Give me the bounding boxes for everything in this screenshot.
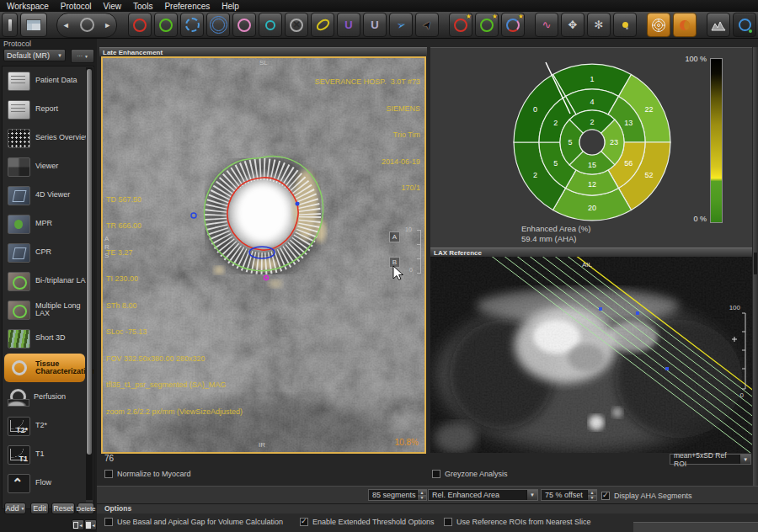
enhancement-percent-label: 10.8% (395, 438, 419, 447)
lax-ruler-bottom-label: 0 (740, 391, 745, 399)
navigation-group: ◄ ► (56, 13, 117, 38)
sidebar-item-bi-triplanar-lax[interactable]: Bi-/triplanar LAX (3, 267, 93, 295)
display-aha-checkbox[interactable] (601, 492, 610, 500)
polar-map-caption: Enhanced Area (%) 59.4 mm (AHA) (521, 224, 590, 244)
protocol-preset-dropdown[interactable]: Default (MR)▼ (3, 49, 66, 61)
sidebar-item-viewer[interactable]: Viewer (3, 152, 93, 181)
sidebar-item-perfusion[interactable]: Perfusion (3, 383, 93, 412)
point-marker-tool-button[interactable] (613, 13, 637, 37)
rotate-tool-button[interactable]: ✻ (587, 13, 611, 37)
draw-red-contour-button[interactable] (128, 13, 152, 37)
display-aha-row: Display AHA Segments (601, 492, 692, 500)
slice-range-ruler (420, 230, 421, 274)
options-header: Options (97, 504, 758, 513)
menu-preferences[interactable]: Preferences (164, 2, 210, 11)
acquire-circle-button[interactable] (80, 18, 94, 32)
cpr-icon (8, 243, 30, 263)
sidebar-scrollbar-thumb[interactable] (87, 69, 92, 455)
greyzone-analysis-row: Greyzone Analysis (432, 470, 508, 478)
menu-tools[interactable]: Tools (133, 2, 152, 11)
enhancement-overlay-button[interactable] (673, 13, 697, 37)
polar-map-panel: 1 22 52 20 2 0 4 13 56 12 5 2 2 23 15 5 (430, 47, 752, 248)
nudge-tool-button[interactable]: ➢ (389, 13, 413, 37)
copy-green-contour-button[interactable]: ★ (475, 13, 499, 37)
inferior-insertion-marker[interactable] (296, 202, 300, 206)
aha-bullseye-chart[interactable]: 1 22 52 20 2 0 4 13 56 12 5 2 2 23 15 5 (508, 58, 676, 226)
sidebar-item-report[interactable]: Report (3, 95, 93, 124)
draw-double-contour-button[interactable] (206, 13, 230, 37)
t2-star-icon: T2* (8, 417, 30, 436)
chevron-down-icon: ▼ (57, 53, 62, 58)
contour-open-purple-button[interactable]: U (337, 13, 360, 37)
layout-grid-button[interactable] (20, 13, 47, 37)
spin-down-icon[interactable]: ▼ (418, 495, 426, 500)
contour-open-gray-button[interactable]: U (363, 13, 387, 37)
delete-contour-button[interactable]: ✕ (285, 13, 308, 37)
offset-spinbox[interactable]: 75 % offset ▲▼ (541, 489, 597, 501)
sidebar-item-mpr[interactable]: MPR (3, 210, 93, 238)
sidebar-item-t2-star[interactable]: T2* T2* (3, 412, 93, 440)
draw-green-contour-button[interactable] (154, 13, 178, 37)
sidebar-item-t1[interactable]: T1 T1 (3, 440, 93, 469)
sidebar-item-multiple-long-lax[interactable]: Multiple Long LAX (3, 295, 93, 324)
4d-viewer-icon (8, 186, 30, 205)
copy-all-contours-button[interactable]: ★ (501, 13, 525, 37)
lax-orientation-label: AIL (582, 261, 593, 269)
sidebar-item-short-3d[interactable]: Short 3D (3, 324, 93, 353)
spin-down-icon[interactable]: ▼ (588, 495, 596, 500)
greyzone-analysis-checkbox[interactable] (432, 470, 440, 478)
menu-view[interactable]: View (104, 2, 122, 11)
edit-button[interactable]: Edit (30, 503, 49, 514)
copy-red-contour-button[interactable]: ★ (449, 13, 472, 37)
apical-marker-badge[interactable]: A (389, 231, 400, 242)
add-button[interactable]: Add▼ (4, 503, 26, 514)
measure-dropdown[interactable]: Rel. Enhanced Area ▼ (428, 489, 538, 501)
main-toolbar: ◄ ► ✕ U U ➢ ➤ ★ ★ ★ ∿ ✥ ✻ (0, 12, 758, 39)
reference-rois-row: Use Reference ROIs from Nearest Slice (444, 518, 591, 526)
segments-spinbox[interactable]: 85 segments ▲▼ (368, 489, 427, 501)
menu-workspace[interactable]: Workspace (7, 2, 49, 11)
histogram-icon (711, 19, 726, 31)
chevron-down-icon: ▼ (21, 506, 25, 511)
lax-reference-viewport[interactable]: 100 0 AIL (430, 257, 752, 453)
pointer-tool-button[interactable]: ➤ (415, 13, 439, 37)
ruler-bottom-label: 0 (409, 267, 413, 273)
panel-toggle-button[interactable] (2, 13, 18, 37)
reset-button[interactable]: Reset (51, 503, 75, 514)
histogram-button[interactable] (707, 13, 730, 37)
extended-threshold-checkbox[interactable] (300, 518, 308, 526)
sidebar-scrollbar[interactable]: ▼ (86, 67, 93, 508)
menu-help[interactable]: Help (222, 2, 239, 11)
sidebar-item-cpr[interactable]: CPR (3, 238, 93, 267)
move-points-tool-button[interactable]: ✥ (561, 13, 585, 37)
sidebar-item-flow[interactable]: Flow (3, 469, 93, 497)
sidebar-item-patient-data[interactable]: Patient Data (3, 66, 93, 95)
reference-roi-dropdown[interactable]: mean+5xSD Ref ROI ▼ (670, 454, 751, 465)
step-forward-button[interactable]: ► (104, 21, 111, 29)
protocol-options-button[interactable]: ⋯▼ (71, 49, 94, 63)
right-panel-scrollbar[interactable] (753, 47, 758, 493)
sidebar-item-tissue-characterization[interactable]: Tissue Characterization (4, 354, 85, 382)
step-back-button[interactable]: ◄ (62, 21, 70, 29)
dock-left-button[interactable]: ◂ (72, 519, 84, 530)
late-enhancement-viewport[interactable]: SL IR A R S SEVERANCE HOSP. 3.0T #73 SIE… (101, 56, 426, 454)
spline-tool-button[interactable]: ∿ (535, 13, 558, 37)
draw-pink-contour-button[interactable] (232, 13, 256, 37)
draw-teal-contour-button[interactable] (259, 13, 282, 37)
draw-dashed-contour-button[interactable] (180, 13, 204, 37)
slice-index-label: 76 (104, 454, 114, 463)
dock-right-button[interactable]: ◂ (84, 519, 97, 530)
sidebar-item-4d-viewer[interactable]: 4D Viewer (3, 181, 93, 210)
menu-protocol[interactable]: Protocol (61, 2, 92, 11)
normalize-myocard-checkbox[interactable] (104, 470, 113, 478)
basal-apical-gap-checkbox[interactable] (104, 518, 113, 526)
polar-map-button[interactable] (647, 13, 670, 37)
orientation-label-top: SL (259, 59, 268, 66)
basal-marker-badge[interactable]: B (389, 257, 400, 268)
sidebar-item-series-overview[interactable]: Series Overview (3, 124, 93, 152)
draw-ellipse-button[interactable] (311, 13, 334, 37)
svg-text:52: 52 (644, 171, 653, 179)
reference-rois-checkbox[interactable] (444, 518, 452, 526)
roi-on-image-button[interactable] (733, 13, 756, 37)
delete-button[interactable]: Delete (77, 503, 94, 514)
